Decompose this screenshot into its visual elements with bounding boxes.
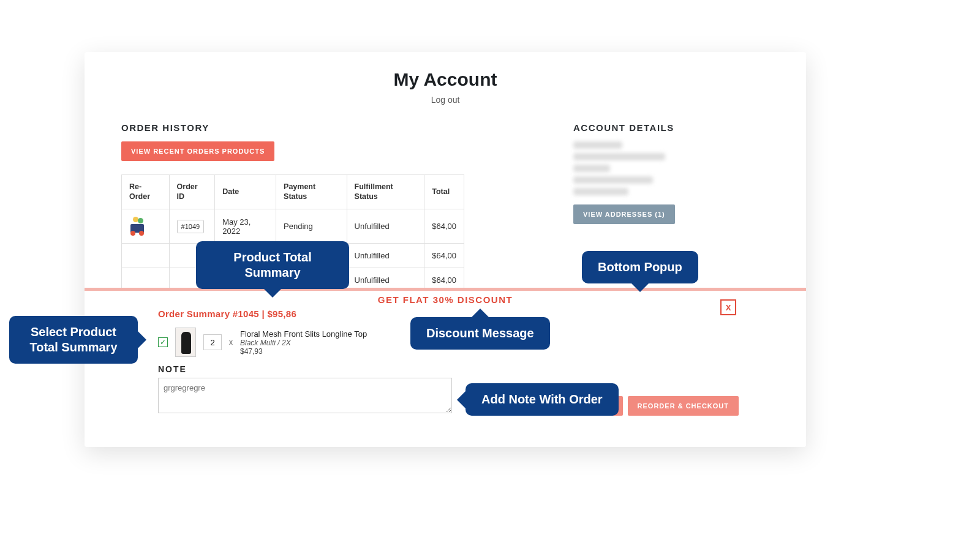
callout-label: Discount Message <box>426 326 534 340</box>
cell-total: $64,00 <box>424 209 464 244</box>
callout-label: Product Total Summary <box>233 250 311 279</box>
quantity-input[interactable] <box>203 334 222 350</box>
product-price: $47,93 <box>240 347 367 356</box>
line-item-checkbox[interactable]: ✓ <box>158 337 168 347</box>
order-id-chip[interactable]: #1049 <box>177 220 205 233</box>
cell-date: May 23, 2022 <box>215 209 276 244</box>
callout-product-total-summary: Product Total Summary <box>196 241 349 289</box>
product-thumbnail[interactable] <box>175 328 196 357</box>
view-addresses-button[interactable]: VIEW ADDRESSES (1) <box>573 204 675 224</box>
callout-select-product-total-summary: Select Product Total Summary <box>9 316 138 364</box>
callout-bottom-popup: Bottom Popup <box>582 251 698 283</box>
col-total: Total <box>424 175 464 209</box>
reorder-cart-icon[interactable] <box>129 217 148 234</box>
col-order-id: Order ID <box>169 175 215 209</box>
note-heading: NOTE <box>158 364 733 374</box>
reorder-bottom-popup: GET FLAT 30% DISCOUNT X Order Summary #1… <box>85 288 806 447</box>
cell-fulfillment: Unfulfilled <box>347 244 424 268</box>
col-date: Date <box>215 175 276 209</box>
discount-message: GET FLAT 30% DISCOUNT <box>158 294 733 305</box>
account-card: My Account Log out ORDER HISTORY VIEW RE… <box>85 52 806 447</box>
close-popup-button[interactable]: X <box>720 299 736 315</box>
product-variant: Black Multi / 2X <box>240 339 367 347</box>
cell-total: $64,00 <box>424 244 464 268</box>
col-payment-status: Payment Status <box>276 175 347 209</box>
page-title: My Account <box>85 69 806 90</box>
callout-label: Add Note With Order <box>481 392 603 406</box>
view-recent-orders-button[interactable]: VIEW RECENT ORDERS PRODUCTS <box>121 141 274 161</box>
callout-discount-message: Discount Message <box>410 317 550 350</box>
reorder-checkout-button[interactable]: REORDER & CHECKOUT <box>628 396 739 416</box>
col-fulfillment-status: Fulfillment Status <box>347 175 424 209</box>
account-details-heading: ACCOUNT DETAILS <box>573 122 769 133</box>
order-history-heading: ORDER HISTORY <box>121 122 464 133</box>
product-title: Floral Mesh Front Slits Longline Top <box>240 329 367 339</box>
times-symbol: x <box>229 338 233 347</box>
logout-link[interactable]: Log out <box>85 95 806 105</box>
callout-add-note: Add Note With Order <box>466 383 619 416</box>
table-row: #1049 May 23, 2022 Pending Unfulfilled $… <box>122 209 464 244</box>
line-item-meta: Floral Mesh Front Slits Longline Top Bla… <box>240 329 367 356</box>
order-note-input[interactable] <box>158 378 452 413</box>
col-reorder: Re-Order <box>122 175 170 209</box>
account-address-blurred <box>573 141 769 195</box>
callout-label: Select Product Total Summary <box>30 325 118 354</box>
callout-label: Bottom Popup <box>598 260 682 274</box>
cell-fulfillment: Unfulfilled <box>347 209 424 244</box>
cell-payment: Pending <box>276 209 347 244</box>
